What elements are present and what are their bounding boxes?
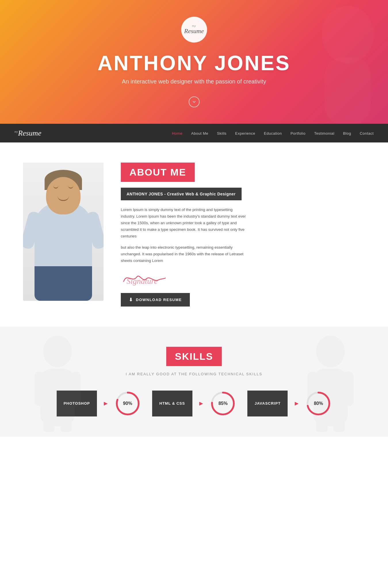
skill-circle-html: 85% <box>210 391 236 416</box>
nav-item-education[interactable]: Education <box>264 131 282 136</box>
nav-link-testimonial[interactable]: Testimonial <box>314 131 335 136</box>
svg-point-3 <box>43 336 72 367</box>
person-jeans <box>35 266 92 301</box>
svg-rect-7 <box>43 420 55 432</box>
about-photo <box>23 163 104 301</box>
hero-logo-text: Resume <box>184 27 204 35</box>
hero-scroll-button[interactable] <box>189 96 200 107</box>
about-name-bar: ANTHONY JONES - Creative Web & Graphic D… <box>121 188 242 200</box>
nav-item-home[interactable]: Home <box>172 131 183 136</box>
skill-percent-photoshop: 90% <box>123 401 132 406</box>
download-icon: ⬇ <box>129 297 133 302</box>
brand-text: Resume <box>18 129 41 137</box>
nav-link-home[interactable]: Home <box>172 131 183 136</box>
nav-item-contact[interactable]: Contact <box>360 131 374 136</box>
svg-point-9 <box>316 336 345 367</box>
skill-percent-javascript: 80% <box>314 401 323 406</box>
download-label: DOWNLOAD RESUME <box>136 298 182 302</box>
about-text-1: Lorem Ipsum is simply dummy text of the … <box>121 207 247 240</box>
about-section: ABOUT ME ANTHONY JONES - Creative Web & … <box>0 142 388 327</box>
nav-link-experience[interactable]: Experience <box>235 131 255 136</box>
svg-rect-6 <box>70 372 81 406</box>
skill-item-javascript: JAVASCRIPT ► 80% <box>247 391 331 416</box>
svg-rect-13 <box>316 420 328 432</box>
nav-item-about[interactable]: About Me <box>191 131 209 136</box>
person-figure <box>23 163 104 301</box>
nav-item-experience[interactable]: Experience <box>235 131 255 136</box>
nav-link-about[interactable]: About Me <box>191 131 209 136</box>
svg-rect-5 <box>35 372 45 406</box>
hero-section: my Resume ANTHONY JONES An interactive w… <box>0 0 388 124</box>
svg-rect-1 <box>325 58 371 124</box>
skill-percent-html: 85% <box>218 401 228 406</box>
skill-name-html: HTML & CSS <box>152 391 192 416</box>
hero-subtitle: An interactive web designer with the pas… <box>122 78 266 85</box>
signature: Signature <box>121 270 365 286</box>
skill-name-javascript: JAVASCRIPT <box>247 391 288 416</box>
about-title: ABOUT ME <box>121 163 195 182</box>
skill-arrow-photoshop: ► <box>103 400 109 407</box>
nav-link-contact[interactable]: Contact <box>360 131 374 136</box>
nav-item-blog[interactable]: Blog <box>343 131 351 136</box>
skill-arrow-javascript: ► <box>293 400 300 407</box>
skills-title: SKILLS <box>166 347 222 366</box>
nav-link-education[interactable]: Education <box>264 131 282 136</box>
hero-name: ANTHONY JONES <box>98 51 290 75</box>
svg-rect-12 <box>343 372 353 406</box>
svg-point-0 <box>322 6 374 63</box>
about-content: ABOUT ME ANTHONY JONES - Creative Web & … <box>121 163 365 307</box>
nav-link-skills[interactable]: Skills <box>217 131 226 136</box>
svg-rect-14 <box>333 420 345 432</box>
svg-rect-4 <box>40 369 75 426</box>
download-resume-button[interactable]: ⬇ DOWNLOAD RESUME <box>121 293 190 307</box>
nav-menu: Home About Me Skills Experience Educatio… <box>172 131 374 136</box>
skill-circle-photoshop: 90% <box>115 391 141 416</box>
hero-logo-small: my <box>192 24 196 27</box>
nav-item-skills[interactable]: Skills <box>217 131 226 136</box>
hero-bg-silhouette <box>290 0 382 124</box>
nav-item-portfolio[interactable]: Portfolio <box>290 131 305 136</box>
navbar: myResume Home About Me Skills Experience… <box>0 124 388 142</box>
hero-logo: my Resume <box>181 17 207 43</box>
skills-section: SKILLS I AM REALLY GOOD AT THE FOLLOWING… <box>0 327 388 437</box>
skill-arrow-html: ► <box>198 400 204 407</box>
person-head <box>46 177 81 214</box>
svg-text:Signature: Signature <box>127 277 158 286</box>
svg-rect-8 <box>60 420 72 432</box>
nav-item-testimonial[interactable]: Testimonial <box>314 131 335 136</box>
brand-prefix: my <box>14 130 18 133</box>
navbar-brand: myResume <box>14 129 41 138</box>
about-text-2: but also the leap into electronic typese… <box>121 244 247 264</box>
nav-link-blog[interactable]: Blog <box>343 131 351 136</box>
skill-item-html: HTML & CSS ► 85% <box>152 391 236 416</box>
nav-link-portfolio[interactable]: Portfolio <box>290 131 305 136</box>
skill-circle-javascript: 80% <box>305 391 331 416</box>
